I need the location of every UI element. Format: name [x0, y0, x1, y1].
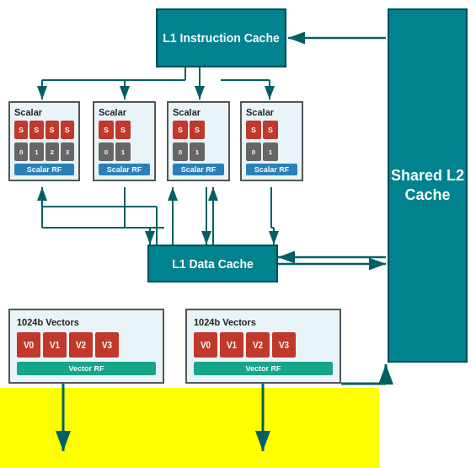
l1-data-cache: L1 Data Cache	[147, 245, 278, 282]
scalar-3-rf: Scalar RF	[173, 164, 224, 175]
slot-s2: S	[45, 121, 59, 139]
scalar-3-label: Scalar	[173, 107, 224, 117]
slot2-s0: S	[99, 121, 114, 139]
slot3-n1: 1	[190, 143, 205, 161]
l1-instruction-label: L1 Instruction Cache	[163, 30, 279, 46]
yellow-highlight-area	[0, 388, 379, 468]
vector-2-slots: V0 V1 V2 V3	[194, 332, 333, 358]
vector-2-label: 1024b Vectors	[194, 317, 333, 327]
slot-n2: 2	[45, 143, 59, 161]
scalar-3-slots: S S	[173, 121, 224, 139]
scalar-4-label: Scalar	[246, 107, 297, 117]
slot2-n0: 0	[99, 143, 114, 161]
vslot-v0: V0	[17, 332, 40, 358]
slot3-s1: S	[190, 121, 205, 139]
vector-1-label: 1024b Vectors	[17, 317, 156, 327]
l1-data-label: L1 Data Cache	[172, 257, 253, 271]
vslot-v3: V3	[95, 332, 119, 358]
slot-n1: 1	[29, 143, 43, 161]
scalar-unit-1: Scalar S S S S 0 1 2 3 Scalar RF	[8, 101, 80, 181]
vector-unit-1: 1024b Vectors V0 V1 V2 V3 Vector RF	[8, 309, 164, 384]
slot4-n0: 0	[246, 143, 261, 161]
vector-1-rf: Vector RF	[17, 362, 156, 375]
architecture-diagram: Shared L2 Cache L1 Instruction Cache L1 …	[0, 0, 476, 468]
scalar-unit-3: Scalar S S 0 1 Scalar RF	[167, 101, 230, 181]
shared-l2-cache: Shared L2 Cache	[388, 8, 468, 363]
slot-s0: S	[14, 121, 28, 139]
slot4-s0: S	[246, 121, 261, 139]
slot3-s0: S	[173, 121, 188, 139]
slot2-s1: S	[115, 121, 131, 139]
scalar-2-label: Scalar	[99, 107, 150, 117]
slot-s3: S	[61, 121, 74, 139]
scalar-1-slots: S S S S	[14, 121, 74, 139]
vslot-v1: V1	[43, 332, 67, 358]
vslot2-v1: V1	[220, 332, 243, 358]
slot4-n1: 1	[263, 143, 278, 161]
scalar-unit-2: Scalar S S 0 1 Scalar RF	[93, 101, 156, 181]
scalar-4-slots: S S	[246, 121, 297, 139]
slot3-n0: 0	[173, 143, 188, 161]
vslot2-v3: V3	[272, 332, 296, 358]
scalar-2-slots: S S	[99, 121, 150, 139]
vector-2-rf: Vector RF	[194, 362, 333, 375]
slot-s1: S	[29, 121, 43, 139]
vector-unit-2: 1024b Vectors V0 V1 V2 V3 Vector RF	[185, 309, 341, 384]
scalar-1-rf: Scalar RF	[14, 164, 74, 175]
vector-1-slots: V0 V1 V2 V3	[17, 332, 156, 358]
scalar-1-label: Scalar	[14, 107, 74, 117]
vslot2-v0: V0	[194, 332, 217, 358]
shared-l2-label: Shared L2 Cache	[389, 166, 466, 206]
vslot2-v2: V2	[246, 332, 270, 358]
slot-n3: 3	[61, 143, 74, 161]
scalar-4-rf: Scalar RF	[246, 164, 297, 175]
slot4-s1: S	[263, 121, 278, 139]
slot2-n1: 1	[115, 143, 131, 161]
scalar-2-rf: Scalar RF	[99, 164, 150, 175]
l1-instruction-cache: L1 Instruction Cache	[156, 8, 286, 67]
scalar-unit-4: Scalar S S 0 1 Scalar RF	[240, 101, 303, 181]
slot-n0: 0	[14, 143, 28, 161]
vslot-v2: V2	[69, 332, 93, 358]
